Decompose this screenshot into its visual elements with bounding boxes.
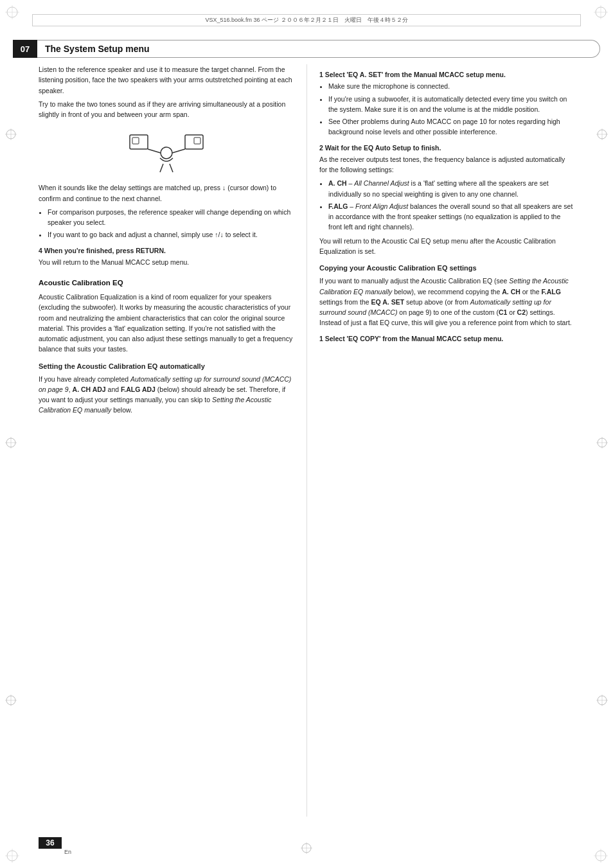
file-info-text: VSX_516.book.fm 36 ページ ２００６年２月２１日 火曜日 午後… [205,17,407,23]
step2-bullet-falg: F.ALG – Front Align Adjust balances the … [328,201,574,233]
corner-mark-tl [5,5,19,19]
side-mark-left-bot [5,695,17,707]
side-mark-left-mid [5,437,17,450]
step1-bullets: Make sure the microphone is connected. I… [328,81,574,137]
header-bar: 07 The System Setup menu [13,39,600,59]
left-column: Listen to the reference speaker and use … [39,64,299,817]
corner-mark-br [594,849,608,863]
bottom-center-mark [301,842,312,855]
setting-auto-heading: Setting the Acoustic Calibration EQ auto… [39,361,294,372]
page-lang: En [64,849,71,855]
bullet-adjust-channel: If you want to go back and adjust a chan… [48,229,294,240]
page-lang-text: En [64,849,71,855]
corner-mark-bl [5,849,19,863]
svg-line-35 [148,149,161,153]
acoustic-para1: Acoustic Calibration Equalization is a k… [39,292,294,355]
side-mark-right-mid [596,437,608,450]
step-copy-label: 1 Select 'EQ COPY' from the Manual MCACC… [319,333,574,344]
file-info-bar: VSX_516.book.fm 36 ページ ２００６年２月２１日 火曜日 午後… [32,14,581,26]
svg-rect-31 [132,137,139,144]
step4-label: 4 When you're finished, press RETURN. [39,245,294,256]
matched-bullets: For comparison purposes, the reference s… [48,207,294,240]
page-container: VSX_516.book.fm 36 ページ ２００６年２月２１日 火曜日 午後… [0,0,613,868]
intro-para2: Try to make the two tones sound as if th… [39,99,294,120]
page-number: 36 [46,838,54,847]
right-column: 1 Select 'EQ A. SET' from the Manual MCA… [314,64,574,817]
step1-bullet-sub: If you're using a subwoofer, it is autom… [328,94,574,115]
header-title: The System Setup menu [45,44,150,54]
svg-point-34 [161,147,172,159]
svg-line-36 [172,149,185,153]
side-mark-left-top [5,128,17,141]
step1-bullet-problems: See Other problems during Auto MCACC on … [328,116,574,137]
step2-bullet-ach: A. CH – All Channel Adjust is a 'flat' s… [328,178,574,199]
page-number-box: 36 [39,837,62,849]
svg-line-38 [170,164,173,172]
chapter-badge: 07 [13,40,37,58]
step2-label: 2 Wait for the EQ Auto Setup to finish. [319,143,574,153]
setting-auto-para: If you have already completed Automatica… [39,374,294,416]
speaker-diagram [39,128,294,173]
chapter-number: 07 [21,44,30,54]
svg-line-37 [160,164,163,172]
acoustic-heading: Acoustic Calibration EQ [39,278,294,289]
step1-bullet-mic: Make sure the microphone is connected. [328,81,574,91]
when-matched-text: When it sounds like the delay settings a… [39,182,294,204]
step4-text: You will return to the Manual MCACC setu… [39,257,294,267]
step2-para: As the receiver outputs test tones, the … [319,154,574,175]
copying-heading: Copying your Acoustic Calibration EQ set… [319,263,574,274]
svg-rect-33 [194,137,200,144]
step1-label: 1 Select 'EQ A. SET' from the Manual MCA… [319,69,574,80]
bullet-comparison: For comparison purposes, the reference s… [48,207,294,228]
step2-bullets: A. CH – All Channel Adjust is a 'flat' s… [328,178,574,232]
intro-para1: Listen to the reference speaker and use … [39,64,294,96]
corner-mark-tr [594,5,608,19]
side-mark-right-bot [596,695,608,707]
header-title-box: The System Setup menu [37,40,600,58]
copying-para: If you want to manually adjust the Acous… [319,276,574,328]
content-area: Listen to the reference speaker and use … [39,64,574,817]
side-mark-right-top [596,128,608,141]
after-step2: You will return to the Acoustic Cal EQ s… [319,236,574,257]
